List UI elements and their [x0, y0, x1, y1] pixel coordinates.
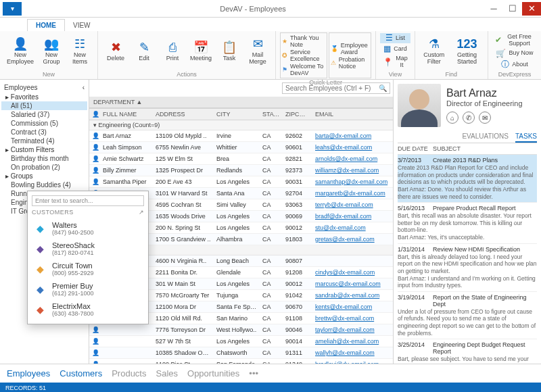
task-item[interactable]: 3/7/2013Create 2013 R&D PlansCreate 2013… — [398, 155, 537, 203]
x-icon: ✖ — [111, 41, 121, 55]
status-bar: RECORDS: 51 — [0, 383, 541, 392]
table-row[interactable]: 👤7776 Torreyson DrWest Hollywo..CA90046t… — [89, 324, 393, 336]
task-item[interactable]: 3/25/2014Engineering Dept Budget Request… — [398, 339, 537, 364]
envelope-icon: ✉ — [253, 37, 263, 52]
collapse-icon[interactable]: ‹ — [83, 84, 85, 91]
minimize-button[interactable]: ─ — [484, 2, 503, 16]
table-row[interactable]: 👤1100 Pico StSan FernandoCA91340bradleyj… — [89, 359, 393, 364]
meeting-button[interactable]: 📅Meeting — [187, 32, 214, 70]
table-row[interactable]: 👤Arnie Schwartz125 W Elm StBreaCA92821ar… — [89, 153, 393, 165]
new-items-button[interactable]: ☷New Items — [66, 32, 93, 70]
table-row[interactable]: 👤Billy Zimmer1325 Prospect DrRedlandsCA9… — [89, 165, 393, 176]
card-view-icon: ▦ — [383, 45, 391, 53]
tab-evaluations[interactable]: EVALUATIONS — [462, 132, 509, 143]
tree-item[interactable]: Salaried (37) — [1, 110, 87, 119]
view-card-button[interactable]: ▦Card — [380, 44, 410, 54]
tree-groups[interactable]: ▸ Groups — [1, 172, 87, 180]
group-by-indicator[interactable]: DEPARTMENT ▲ — [89, 97, 393, 108]
task-button[interactable]: 📋Task — [216, 32, 243, 70]
ribbon-group-new: New — [4, 70, 93, 78]
tab-view[interactable]: VIEW — [65, 20, 99, 31]
tree-item[interactable]: Bowling Buddies (4) — [1, 180, 87, 189]
quick-letter-box[interactable]: ★Thank You Note ✪Service Excellence ⚑Wel… — [280, 32, 327, 78]
new-group-button[interactable]: 👥New Group — [38, 32, 65, 70]
about-button[interactable]: ⓘAbout — [492, 59, 537, 70]
mail-merge-button[interactable]: ✉Mail Merge — [244, 32, 271, 70]
tree-item[interactable]: Contract (3) — [1, 128, 87, 137]
tree-custom-filters[interactable]: ▸ Custom Filters — [1, 145, 87, 154]
mail-icon[interactable]: ✉ — [479, 112, 491, 124]
ribbon-group-actions: Actions — [102, 70, 271, 78]
tree-favorites[interactable]: ▸ Favorites — [1, 93, 87, 101]
customer-item[interactable]: ◆ElectrixMax(630) 438-7800 — [32, 299, 144, 320]
list-view-icon: ☰ — [385, 34, 393, 43]
grid-header: 👤 FULL NAME ADDRESS CITY STATE ZIPCODE E… — [89, 108, 393, 120]
task-item[interactable]: 3/19/2014Report on the State of Engineer… — [398, 292, 537, 340]
phone-icon[interactable]: ✆ — [463, 112, 475, 124]
printer-icon: ⎙ — [169, 41, 177, 55]
filter-icon: ⚗ — [429, 37, 440, 52]
award-icon: 🏅 — [331, 45, 338, 52]
info-icon: ⓘ — [501, 60, 509, 69]
tree-item[interactable]: Commission (5) — [1, 119, 87, 128]
close-button[interactable]: ✕ — [522, 2, 541, 16]
map-it-button[interactable]: 📍Map It — [380, 55, 410, 70]
nav-customers[interactable]: Customers — [60, 368, 102, 378]
task-item[interactable]: 5/16/2013Prepare Product Recall ReportBa… — [398, 203, 537, 244]
print-button[interactable]: ⎙Print — [159, 32, 186, 70]
123-icon: 123 — [456, 37, 477, 52]
table-row[interactable]: 👤527 W 7th StLos AngelesCA90014ameliah@d… — [89, 336, 393, 347]
tree-item[interactable]: All (51) — [1, 101, 87, 110]
popup-search-input[interactable]: Enter text to search... — [32, 195, 144, 206]
badge-icon: ✪ — [282, 52, 287, 59]
delete-button[interactable]: ✖Delete — [102, 32, 129, 70]
table-row[interactable]: 👤Samantha Piper200 E Ave 43Los AngelesCA… — [89, 176, 393, 188]
maximize-button[interactable]: ☐ — [503, 2, 522, 16]
nav-more[interactable]: ••• — [249, 368, 258, 378]
app-menu-button[interactable]: ▾ — [3, 2, 22, 16]
calendar-icon: 📅 — [193, 41, 208, 55]
search-icon: 🔍 — [379, 84, 387, 92]
customer-item[interactable]: ◆Walters(847) 940-2500 — [32, 218, 144, 239]
buy-now-button[interactable]: 🛒Buy Now — [492, 49, 537, 59]
nav-sales[interactable]: Sales — [156, 368, 178, 378]
nav-products[interactable]: Products — [112, 368, 146, 378]
customers-popup: Enter text to search... CUSTOMERS↗ ◆Walt… — [27, 191, 149, 324]
customer-item[interactable]: ◆StereoShack(817) 820-0741 — [32, 239, 144, 259]
nav-opportunities[interactable]: Opportunities — [187, 368, 239, 378]
new-employee-button[interactable]: 👤New Employee — [4, 32, 37, 70]
tree-item[interactable]: On probation (2) — [1, 163, 87, 172]
home-icon[interactable]: ⌂ — [446, 112, 458, 124]
tree-item[interactable]: Terminated (4) — [1, 137, 87, 145]
group-icon: 👥 — [44, 37, 59, 52]
edit-button[interactable]: ✎Edit — [131, 32, 158, 70]
custom-filter-button[interactable]: ⚗Custom Filter — [419, 32, 449, 70]
task-item[interactable]: 1/31/2014Review New HDMI SpecificationBa… — [398, 244, 537, 292]
employee-name: Bart Arnaz — [446, 87, 523, 99]
star-icon: ★ — [282, 38, 287, 45]
quick-letter-box-2[interactable]: 🏅Employee Award ⚠Probation Notice — [329, 32, 372, 78]
person-plus-icon: 👤 — [13, 37, 28, 52]
window-title: DevAV - Employees — [22, 5, 484, 13]
employee-avatar — [398, 84, 441, 127]
table-row[interactable]: 👤10385 Shadow Oak..ChatsworthCA91311wall… — [89, 347, 393, 359]
nav-employees[interactable]: Employees — [7, 368, 50, 378]
table-row[interactable]: 👤Leah Simpson6755 Newlin AveWhittierCA90… — [89, 142, 393, 153]
tree-item[interactable]: Birthday this month — [1, 154, 87, 163]
search-input[interactable]: Search Employees (Ctrl + F) 🔍 — [282, 82, 390, 94]
list-icon: ☷ — [74, 37, 85, 52]
grid-group-header[interactable]: ▾ Engineering (Count=9) — [89, 120, 393, 130]
pencil-icon: ✎ — [139, 41, 149, 55]
table-row[interactable]: 👤Bart Arnaz13109 Old Mypld ..IrvineCA926… — [89, 130, 393, 142]
view-list-button[interactable]: ☰List — [380, 33, 410, 43]
support-button[interactable]: ✔Get Free Support — [492, 33, 537, 48]
support-icon: ✔ — [495, 36, 502, 45]
tab-home[interactable]: HOME — [27, 19, 65, 31]
customer-item[interactable]: ◆Premier Buy(612) 291-1000 — [32, 279, 144, 299]
employee-role: Director of Engineering — [446, 99, 523, 107]
customer-item[interactable]: ◆Circuit Town(800) 955-2929 — [32, 259, 144, 279]
popout-icon[interactable]: ↗ — [139, 209, 145, 216]
tab-tasks[interactable]: TASKS — [515, 132, 537, 143]
getting-started-button[interactable]: 123Getting Started — [450, 32, 484, 70]
map-icon: 📍 — [383, 58, 393, 67]
